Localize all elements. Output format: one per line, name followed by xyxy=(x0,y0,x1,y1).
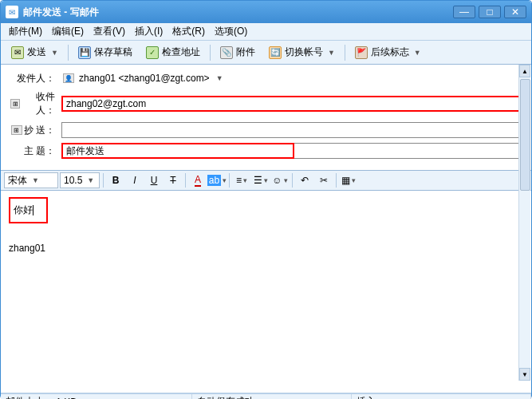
address-icon: ⊞ xyxy=(11,125,22,135)
app-icon: ✉ xyxy=(6,6,18,18)
paperclip-icon: 📎 xyxy=(220,46,233,59)
from-value: zhang01 <zhang01@zgt.com> xyxy=(79,73,210,84)
titlebar: ✉ 邮件发送 - 写邮件 — □ ✕ xyxy=(1,1,531,23)
send-button[interactable]: ✉发送▼ xyxy=(6,43,64,61)
close-button[interactable]: ✕ xyxy=(504,6,526,18)
chevron-down-icon: ▼ xyxy=(216,74,223,82)
subject-field[interactable] xyxy=(61,143,294,159)
statusbar: 邮件大小： 1 KB 自动保存成功 插入 xyxy=(1,393,531,399)
size-label: 邮件大小： xyxy=(6,395,53,399)
font-select[interactable]: 宋体▼ xyxy=(4,172,58,188)
check-address-button[interactable]: ✓检查地址 xyxy=(140,43,206,61)
menu-format[interactable]: 格式(R) xyxy=(167,23,210,40)
subject-label: 主 题： xyxy=(10,144,55,158)
send-icon: ✉ xyxy=(11,46,24,59)
strike-button[interactable]: T xyxy=(164,172,182,188)
insert-mode: 插入 xyxy=(352,394,531,399)
to-field[interactable] xyxy=(61,96,522,112)
size-value: 1 KB xyxy=(56,397,77,400)
check-icon: ✓ xyxy=(146,46,159,59)
more-button[interactable]: ▦▾ xyxy=(340,172,357,188)
list-button[interactable]: ☰▾ xyxy=(252,172,270,188)
mail-headers: 发件人： 👤 zhang01 <zhang01@zgt.com> ▼ ⊞收件人：… xyxy=(1,65,531,170)
body-line-1: 你好 xyxy=(14,204,33,215)
flag-icon: 🚩 xyxy=(355,46,368,59)
from-label: 发件人： xyxy=(10,72,55,85)
menu-edit[interactable]: 编辑(E) xyxy=(47,23,89,40)
flag-button[interactable]: 🚩后续标志▼ xyxy=(349,43,427,61)
scroll-thumb[interactable] xyxy=(520,79,530,191)
cc-field[interactable] xyxy=(61,122,522,138)
minimize-button[interactable]: — xyxy=(453,6,475,18)
cc-label: 抄 送： xyxy=(24,124,55,137)
address-icon: ⊞ xyxy=(10,99,20,109)
body-line-2: zhang01 xyxy=(9,243,523,254)
window-title: 邮件发送 - 写邮件 xyxy=(23,6,453,19)
menu-view[interactable]: 查看(V) xyxy=(89,23,130,40)
highlight-button[interactable]: ab▾ xyxy=(208,172,226,188)
underline-button[interactable]: U xyxy=(145,172,163,188)
save-icon: 💾 xyxy=(78,46,91,59)
size-select[interactable]: 10.5▼ xyxy=(60,172,100,188)
attach-button[interactable]: 📎附件 xyxy=(215,43,261,61)
editor[interactable]: 你好 zhang01 xyxy=(1,191,531,393)
toolbar: ✉发送▼ 💾保存草稿 ✓检查地址 📎附件 🔄切换帐号▼ 🚩后续标志▼ xyxy=(1,41,531,65)
scroll-down-button[interactable]: ▼ xyxy=(519,368,530,381)
scroll-up-button[interactable]: ▲ xyxy=(519,65,530,77)
chevron-down-icon: ▼ xyxy=(328,49,335,57)
to-label: 收件人： xyxy=(22,90,55,117)
align-button[interactable]: ≡▾ xyxy=(233,172,250,188)
switch-icon: 🔄 xyxy=(269,46,282,59)
autosave-status: 自动保存成功 xyxy=(192,394,352,399)
italic-button[interactable]: I xyxy=(126,172,144,188)
switch-account-button[interactable]: 🔄切换帐号▼ xyxy=(263,43,341,61)
maximize-button[interactable]: □ xyxy=(479,6,501,18)
text-cursor xyxy=(33,205,33,215)
menu-options[interactable]: 选项(O) xyxy=(210,23,252,40)
from-field[interactable]: 👤 zhang01 <zhang01@zgt.com> ▼ xyxy=(61,71,522,85)
menu-mail[interactable]: 邮件(M) xyxy=(4,23,47,40)
chevron-down-icon: ▼ xyxy=(414,49,421,57)
menubar: 邮件(M) 编辑(E) 查看(V) 插入(I) 格式(R) 选项(O) xyxy=(1,23,531,41)
chevron-down-icon: ▼ xyxy=(51,49,58,57)
bold-button[interactable]: B xyxy=(107,172,124,188)
person-icon: 👤 xyxy=(63,73,74,83)
save-draft-button[interactable]: 💾保存草稿 xyxy=(73,43,138,61)
emoji-button[interactable]: ☺▾ xyxy=(271,172,289,188)
format-toolbar: 宋体▼ 10.5▼ B I U T A ab▾ ≡▾ ☰▾ ☺▾ ↶ ✂ ▦▾ xyxy=(1,170,531,191)
menu-insert[interactable]: 插入(I) xyxy=(130,23,167,40)
scrollbar[interactable]: ▲ ▼ xyxy=(518,65,530,381)
subject-field-ext[interactable] xyxy=(294,143,522,159)
cut-button[interactable]: ✂ xyxy=(315,172,333,188)
font-color-button[interactable]: A xyxy=(189,172,207,188)
undo-button[interactable]: ↶ xyxy=(296,172,313,188)
